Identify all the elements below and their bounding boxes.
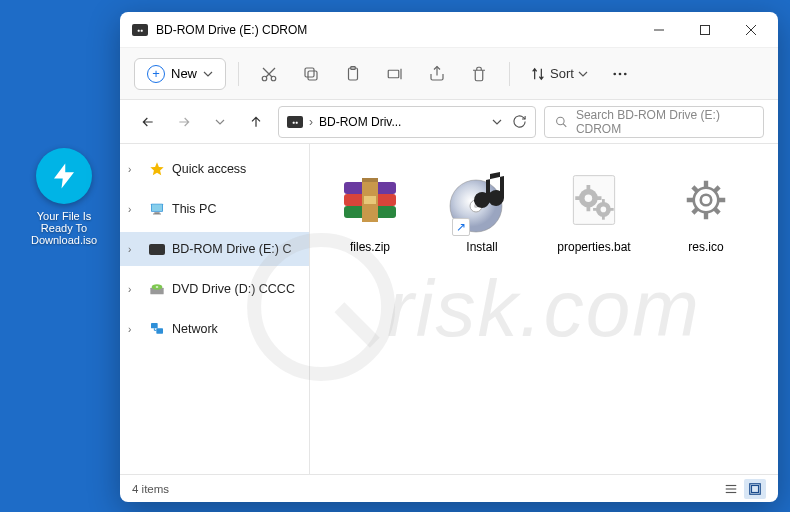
copy-button[interactable] — [293, 56, 329, 92]
breadcrumb[interactable]: ●● › BD-ROM Driv... — [278, 106, 536, 138]
rename-button[interactable] — [377, 56, 413, 92]
svg-rect-23 — [153, 214, 161, 215]
svg-point-51 — [694, 188, 719, 213]
svg-rect-8 — [308, 71, 317, 80]
chevron-right-icon: › — [309, 115, 313, 129]
sidebar-item-network[interactable]: › Network — [120, 312, 309, 346]
svg-point-18 — [557, 117, 565, 125]
file-item-files-zip[interactable]: files.zip — [314, 156, 426, 276]
svg-line-59 — [715, 187, 719, 191]
svg-rect-43 — [575, 196, 581, 200]
svg-point-49 — [585, 194, 593, 202]
disc-music-icon: ↗ — [446, 164, 518, 236]
chevron-down-icon — [215, 117, 225, 127]
svg-rect-48 — [609, 208, 614, 211]
file-item-properties-bat[interactable]: properties.bat — [538, 156, 650, 276]
svg-line-58 — [715, 209, 719, 213]
details-view-button[interactable] — [720, 479, 742, 499]
svg-line-57 — [693, 187, 697, 191]
chevron-right-icon: › — [128, 284, 142, 295]
more-button[interactable] — [602, 56, 638, 92]
sort-button[interactable]: Sort — [522, 60, 596, 88]
svg-line-19 — [563, 123, 566, 126]
desktop-iso-icon[interactable]: Your File Is Ready To Download.iso — [24, 148, 104, 246]
svg-point-26 — [156, 286, 159, 287]
view-toggles — [720, 479, 766, 499]
gear-icon — [670, 164, 742, 236]
window-title: BD-ROM Drive (E:) CDROM — [156, 23, 636, 37]
separator — [238, 62, 239, 86]
forward-button[interactable] — [170, 108, 198, 136]
svg-rect-28 — [156, 328, 163, 333]
svg-rect-47 — [593, 208, 598, 211]
drive-icon: ●● — [287, 116, 303, 128]
back-button[interactable] — [134, 108, 162, 136]
daemon-tools-icon — [36, 148, 92, 204]
svg-rect-22 — [154, 212, 159, 213]
item-count: 4 items — [132, 483, 169, 495]
svg-rect-42 — [587, 206, 591, 212]
titlebar: ●● BD-ROM Drive (E:) CDROM — [120, 12, 778, 48]
watermark: risk.com — [387, 263, 701, 355]
file-item-res-ico[interactable]: res.ico — [650, 156, 762, 276]
statusbar: 4 items — [120, 474, 778, 502]
sidebar-item-this-pc[interactable]: › This PC — [120, 192, 309, 226]
svg-rect-1 — [701, 25, 710, 34]
sidebar-item-bdrom-drive[interactable]: › BD-ROM Drive (E:) C — [120, 232, 309, 266]
svg-rect-9 — [305, 68, 314, 77]
pc-icon — [148, 200, 166, 218]
sort-label: Sort — [550, 66, 574, 81]
separator — [509, 62, 510, 86]
file-item-install[interactable]: ↗ Install — [426, 156, 538, 276]
svg-rect-12 — [388, 70, 399, 78]
file-label: files.zip — [350, 240, 390, 254]
desktop-icon-label: Your File Is Ready To Download.iso — [24, 210, 104, 246]
sidebar-item-label: This PC — [172, 202, 216, 216]
sort-icon — [530, 66, 546, 82]
refresh-button[interactable] — [512, 114, 527, 129]
share-button[interactable] — [419, 56, 455, 92]
maximize-button[interactable] — [682, 14, 728, 46]
close-button[interactable] — [728, 14, 774, 46]
svg-rect-21 — [152, 204, 163, 211]
sidebar: › Quick access › This PC › BD-ROM Drive … — [120, 144, 310, 474]
chevron-down-icon — [203, 69, 213, 79]
recent-button[interactable] — [206, 108, 234, 136]
sidebar-item-label: Network — [172, 322, 218, 336]
svg-rect-65 — [752, 485, 759, 492]
drive-icon — [148, 240, 166, 258]
svg-rect-41 — [587, 185, 591, 191]
plus-icon: + — [147, 65, 165, 83]
star-icon — [148, 160, 166, 178]
chevron-right-icon: › — [128, 204, 142, 215]
cut-button[interactable] — [251, 56, 287, 92]
sidebar-item-dvd-drive[interactable]: › DVD Drive (D:) CCCC — [120, 272, 309, 306]
chevron-right-icon: › — [128, 324, 142, 335]
svg-rect-44 — [596, 196, 602, 200]
svg-line-60 — [693, 209, 697, 213]
svg-rect-27 — [151, 323, 158, 328]
sidebar-item-label: DVD Drive (D:) CCCC — [172, 282, 295, 296]
body: › Quick access › This PC › BD-ROM Drive … — [120, 144, 778, 474]
icons-view-button[interactable] — [744, 479, 766, 499]
file-label: Install — [466, 240, 497, 254]
network-icon — [148, 320, 166, 338]
minimize-button[interactable] — [636, 14, 682, 46]
toolbar: + New Sort — [120, 48, 778, 100]
svg-rect-34 — [362, 178, 378, 182]
delete-button[interactable] — [461, 56, 497, 92]
up-button[interactable] — [242, 108, 270, 136]
new-label: New — [171, 66, 197, 81]
file-label: res.ico — [688, 240, 723, 254]
shortcut-arrow-icon: ↗ — [452, 218, 470, 236]
new-button[interactable]: + New — [134, 58, 226, 90]
winrar-archive-icon — [334, 164, 406, 236]
paste-button[interactable] — [335, 56, 371, 92]
svg-point-50 — [601, 207, 607, 213]
svg-point-17 — [624, 72, 627, 75]
batch-gear-icon — [558, 164, 630, 236]
chevron-down-icon[interactable] — [492, 117, 502, 127]
sidebar-item-quick-access[interactable]: › Quick access — [120, 152, 309, 186]
search-input[interactable]: Search BD-ROM Drive (E:) CDROM — [544, 106, 764, 138]
nav-row: ●● › BD-ROM Driv... Search BD-ROM Drive … — [120, 100, 778, 144]
